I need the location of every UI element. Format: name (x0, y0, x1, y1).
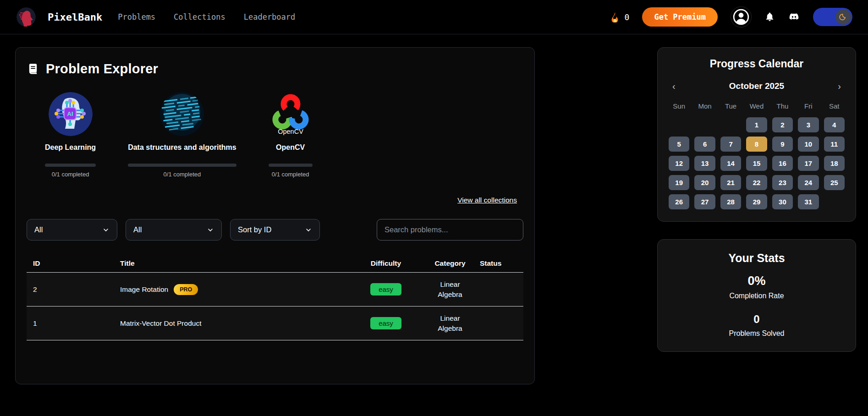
calendar-day[interactable]: 9 (772, 137, 793, 152)
notifications-button[interactable] (764, 11, 775, 22)
book-icon (27, 63, 39, 76)
collections-row: AI Deep Learning 0/1 completed (45, 92, 523, 178)
calendar-day[interactable]: 17 (798, 156, 819, 171)
chevron-down-icon (305, 226, 312, 234)
calendar-day[interactable]: 4 (824, 117, 845, 132)
calendar-day[interactable]: 7 (720, 137, 741, 152)
nav-link-leaderboard[interactable]: Leaderboard (244, 12, 296, 22)
calendar-day[interactable]: 1 (746, 117, 767, 132)
your-stats-card: Your Stats 0% Completion Rate 0 Problems… (657, 239, 856, 352)
collection-progress-text: 0/1 completed (52, 171, 89, 178)
collection-progress-bar (45, 164, 96, 167)
calendar-day[interactable]: 12 (669, 156, 689, 171)
brand-title: PixelBank (48, 11, 102, 23)
table-row[interactable]: 1Matrix-Vector Dot ProducteasyLinear Alg… (27, 307, 523, 340)
theme-toggle[interactable] (813, 8, 852, 26)
calendar-grid: 1234567891011121314151617181920212223242… (669, 117, 845, 209)
moon-icon (839, 12, 848, 22)
completion-rate-value: 0% (669, 274, 845, 288)
calendar-day-name: Wed (746, 102, 767, 110)
discord-button[interactable] (788, 12, 800, 22)
calendar-day[interactable]: 20 (694, 175, 715, 190)
progress-calendar-card: Progress Calendar ‹ October 2025 › SunMo… (657, 47, 856, 222)
calendar-day[interactable]: 28 (720, 194, 741, 209)
select-value: Sort by ID (238, 225, 271, 234)
view-all-collections-link[interactable]: View all collections (457, 196, 517, 204)
problem-title[interactable]: Image Rotation (120, 285, 168, 294)
nav-link-collections[interactable]: Collections (174, 12, 225, 22)
calendar-day[interactable]: 24 (798, 175, 819, 190)
pixelbank-logo-icon (16, 7, 36, 27)
calendar-month-label: October 2025 (729, 81, 784, 91)
problems-table: ID Title Difficulty Category Status 2Ima… (27, 254, 523, 340)
nav-link-problems[interactable]: Problems (118, 12, 155, 22)
collection-opencv[interactable]: OpenCV OpenCV 0/1 completed (269, 92, 313, 178)
calendar-day[interactable]: 2 (772, 117, 793, 132)
collection-progress-text: 0/1 completed (164, 171, 201, 178)
search-input[interactable] (377, 219, 523, 241)
chevron-down-icon (207, 226, 214, 234)
calendar-day[interactable]: 19 (669, 175, 689, 190)
problem-category: Linear Algebra (420, 313, 480, 333)
calendar-day[interactable]: 30 (772, 194, 793, 209)
calendar-day[interactable]: 5 (669, 137, 689, 152)
problems-solved-value: 0 (669, 313, 845, 326)
get-premium-button[interactable]: Get Premium (642, 7, 718, 27)
calendar-day[interactable]: 26 (669, 194, 689, 209)
sort-select[interactable]: Sort by ID (230, 219, 320, 241)
chevron-down-icon (102, 226, 110, 234)
calendar-day[interactable]: 27 (694, 194, 715, 209)
calendar-day[interactable]: 21 (720, 175, 741, 190)
user-circle-icon (732, 8, 750, 26)
collection-progress-bar (269, 164, 313, 167)
table-row[interactable]: 2Image RotationPROeasyLinear Algebra (27, 273, 523, 307)
calendar-day[interactable]: 25 (824, 175, 845, 190)
calendar-day[interactable]: 10 (798, 137, 819, 152)
calendar-day[interactable]: 14 (720, 156, 741, 171)
category-filter-select[interactable]: All (126, 219, 222, 241)
col-status: Status (480, 259, 523, 268)
calendar-next-button[interactable]: › (838, 82, 841, 91)
problem-category: Linear Algebra (420, 279, 480, 299)
collection-dsa[interactable]: Data structures and algorithms 0/1 compl… (128, 92, 236, 178)
calendar-day[interactable]: 11 (824, 137, 845, 152)
calendar-prev-button[interactable]: ‹ (672, 82, 676, 91)
calendar-day-current[interactable]: 8 (746, 137, 767, 152)
calendar-day-name: Tue (720, 102, 741, 110)
collection-name: Data structures and algorithms (128, 143, 236, 152)
problem-title[interactable]: Matrix-Vector Dot Product (120, 319, 201, 328)
calendar-day-name: Sat (824, 102, 845, 110)
calendar-blank-cell (694, 117, 715, 132)
collection-deep-learning[interactable]: AI Deep Learning 0/1 completed (45, 92, 96, 178)
bell-icon (764, 11, 775, 22)
calendar-day[interactable]: 15 (746, 156, 767, 171)
discord-icon (788, 12, 800, 22)
navbar: PixelBank Problems Collections Leaderboa… (0, 0, 868, 34)
calendar-day-names: SunMonTueWedThuFriSat (669, 102, 845, 110)
col-title: Title (120, 259, 352, 268)
select-value: All (34, 225, 43, 234)
calendar-day[interactable]: 18 (824, 156, 845, 171)
calendar-day[interactable]: 3 (798, 117, 819, 132)
calendar-day[interactable]: 6 (694, 137, 715, 152)
calendar-day[interactable]: 29 (746, 194, 767, 209)
difficulty-filter-select[interactable]: All (27, 219, 117, 241)
calendar-day-name: Fri (798, 102, 819, 110)
calendar-day[interactable]: 31 (798, 194, 819, 209)
calendar-day[interactable]: 22 (746, 175, 767, 190)
pro-badge: PRO (174, 284, 198, 295)
calendar-day[interactable]: 13 (694, 156, 715, 171)
calendar-day[interactable]: 16 (772, 156, 793, 171)
calendar-day-name: Sun (669, 102, 689, 110)
avatar[interactable] (731, 6, 752, 27)
deep-learning-icon: AI (49, 92, 93, 136)
completion-rate-label: Completion Rate (669, 292, 845, 300)
fire-icon (610, 11, 620, 22)
table-header: ID Title Difficulty Category Status (27, 254, 523, 273)
page-title: Problem Explorer (46, 61, 158, 77)
calendar-day[interactable]: 23 (772, 175, 793, 190)
stats-title: Your Stats (669, 252, 845, 265)
collection-name: Deep Learning (45, 143, 96, 152)
svg-text:AI: AI (67, 110, 73, 117)
problem-explorer-card: Problem Explorer AI (15, 47, 535, 384)
